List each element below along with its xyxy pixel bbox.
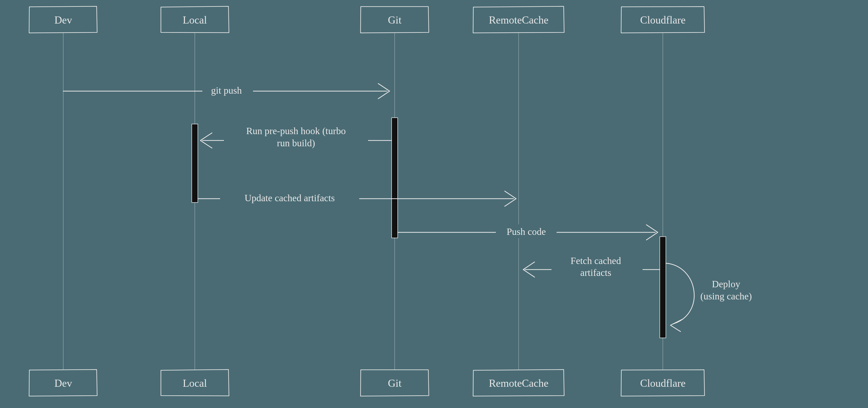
- participant-label: Dev: [54, 14, 72, 26]
- participant-label: Git: [388, 377, 402, 389]
- message-label-line1: Run pre-push hook (turbo: [246, 125, 346, 137]
- message-label-line2: (using cache): [700, 291, 752, 302]
- activation-cloudflare: [660, 237, 666, 338]
- participant-remote-cache-top: RemoteCache: [473, 6, 564, 33]
- message-pre-push-hook: Run pre-push hook (turbo run build): [200, 124, 392, 149]
- participant-label: Dev: [54, 377, 72, 389]
- message-push-code: Push code: [398, 224, 658, 240]
- participant-local-top: Local: [161, 6, 229, 33]
- participant-label: Cloudflare: [640, 377, 686, 389]
- message-deploy: Deploy (using cache): [666, 263, 752, 331]
- participant-cloudflare-top: Cloudflare: [621, 6, 705, 33]
- message-label: git push: [211, 85, 242, 96]
- message-label-line1: Deploy: [712, 279, 740, 289]
- participant-cloudflare-bottom: Cloudflare: [621, 370, 705, 396]
- participant-label: Local: [183, 377, 207, 389]
- message-label-line2: run build): [277, 138, 315, 149]
- message-fetch-cache: Fetch cached artifacts: [523, 254, 660, 279]
- participant-git-bottom: Git: [361, 370, 429, 396]
- participant-dev-bottom: Dev: [29, 370, 97, 396]
- message-update-cache: Update cached artifacts: [198, 191, 516, 206]
- participant-git-top: Git: [361, 6, 429, 33]
- message-label: Push code: [506, 226, 546, 237]
- participant-label: Git: [388, 14, 402, 26]
- participant-label: RemoteCache: [489, 377, 549, 389]
- activation-local: [192, 124, 198, 202]
- message-git-push: git push: [63, 83, 390, 99]
- participant-label: Cloudflare: [640, 14, 686, 26]
- participant-label: Local: [183, 14, 207, 26]
- participant-remote-cache-bottom: RemoteCache: [473, 370, 564, 396]
- participant-label: RemoteCache: [489, 14, 549, 26]
- message-label-line2: artifacts: [580, 267, 611, 278]
- participant-local-bottom: Local: [161, 370, 229, 396]
- message-label-line1: Fetch cached: [570, 255, 621, 266]
- activation-git: [392, 118, 398, 238]
- participant-dev-top: Dev: [29, 6, 97, 33]
- sequence-diagram: Dev Local Git RemoteCache Cloudflare git…: [0, 0, 868, 408]
- message-label: Update cached artifacts: [245, 193, 335, 203]
